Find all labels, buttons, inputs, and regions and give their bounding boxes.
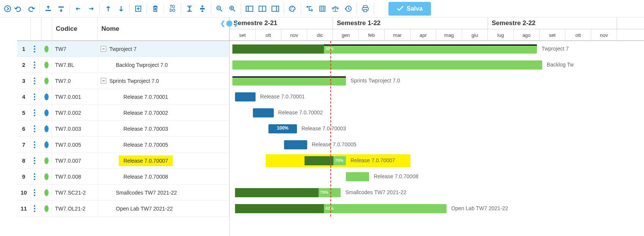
- gantt-bar[interactable]: Release 7.0.70002: [253, 108, 273, 117]
- palette-icon[interactable]: [287, 3, 298, 15]
- task-name[interactable]: Smallcodes TW7 2021-22: [98, 185, 229, 200]
- task-code[interactable]: TW7.0.002: [52, 105, 98, 120]
- row-menu-icon[interactable]: [31, 57, 41, 73]
- status-dot[interactable]: [41, 137, 52, 152]
- collapse-all-icon[interactable]: [184, 3, 195, 15]
- task-code[interactable]: TW7.SC21-2: [52, 185, 98, 200]
- task-name[interactable]: Release 7.0.70003: [98, 121, 229, 136]
- indent-icon[interactable]: [86, 3, 96, 15]
- task-code[interactable]: TW7.OL21-2: [52, 201, 98, 216]
- task-name[interactable]: −Twproject 7: [98, 41, 229, 57]
- row-menu-icon[interactable]: [31, 89, 41, 105]
- status-dot[interactable]: [41, 73, 52, 89]
- table-row[interactable]: 8TW7.0.007Release 7.0.70007: [17, 153, 229, 169]
- redo-icon[interactable]: [26, 3, 36, 15]
- gantt-bar[interactable]: Release 7.0.70005: [284, 140, 307, 149]
- gantt-bar[interactable]: Release 7.0.70008: [346, 172, 369, 181]
- gantt-bar[interactable]: Sprints Twproject 7.0: [232, 76, 346, 86]
- splitter-right-icon[interactable]: ❯: [234, 20, 238, 27]
- table-row[interactable]: 5TW7.0.002Release 7.0.70002: [17, 105, 229, 121]
- layout-split-icon[interactable]: [257, 3, 268, 15]
- undo-icon[interactable]: [13, 3, 24, 15]
- add-resource-icon[interactable]: [133, 3, 144, 15]
- move-up-icon[interactable]: [103, 3, 114, 15]
- splitter-handle[interactable]: ❮ ❯: [220, 17, 243, 29]
- row-menu-icon[interactable]: [31, 105, 41, 120]
- collapse-icon[interactable]: −: [101, 46, 106, 52]
- task-code[interactable]: TW7.0.003: [52, 121, 98, 136]
- gantt-bar[interactable]: 79%Smallcodes TW7 2021-22: [235, 188, 341, 197]
- zoom-out-icon[interactable]: [214, 3, 225, 15]
- task-code[interactable]: TW7.0: [52, 73, 98, 89]
- gantt-bar[interactable]: Backlog Tw: [232, 60, 542, 70]
- gantt-bar[interactable]: 70%Release 7.0.70007: [305, 156, 346, 165]
- history-icon[interactable]: [343, 3, 354, 15]
- status-dot[interactable]: [41, 105, 52, 120]
- row-menu-icon[interactable]: [31, 121, 41, 136]
- gantt-bar[interactable]: 30%Twproject 7: [232, 44, 537, 54]
- splitter-left-icon[interactable]: ❮: [220, 20, 225, 27]
- expand-all-icon[interactable]: [197, 3, 208, 15]
- table-row[interactable]: 7TW7.0.005Release 7.0.70005: [17, 137, 229, 153]
- row-menu-icon[interactable]: [31, 201, 41, 216]
- status-dot[interactable]: [41, 153, 52, 168]
- status-dot[interactable]: [41, 201, 52, 216]
- table-row[interactable]: 11TW7.OL21-2Open Lab TW7 2021-22: [17, 201, 229, 217]
- row-menu-icon[interactable]: [31, 137, 41, 152]
- delete-icon[interactable]: [150, 3, 161, 15]
- gantt-bar[interactable]: Release 7.0.70001: [235, 92, 256, 101]
- row-menu-icon[interactable]: [31, 169, 41, 184]
- outdent-icon[interactable]: [73, 3, 84, 15]
- table-row[interactable]: 9TW7.0.008Release 7.0.70008: [17, 169, 229, 185]
- zoom-in-icon[interactable]: [227, 3, 238, 15]
- status-dot[interactable]: [41, 89, 52, 105]
- splitter-grip-icon[interactable]: [226, 20, 233, 27]
- row-menu-icon[interactable]: [31, 41, 41, 57]
- task-code[interactable]: TW7.0.005: [52, 137, 98, 152]
- dependency-icon[interactable]: [304, 3, 315, 15]
- insert-below-icon[interactable]: [56, 3, 66, 15]
- print-icon[interactable]: [360, 3, 371, 15]
- header-name[interactable]: Nome: [98, 17, 229, 40]
- status-dot[interactable]: [41, 169, 52, 184]
- task-code[interactable]: TW7.0.008: [52, 169, 98, 184]
- task-name[interactable]: −Sprints Twproject 7.0: [98, 73, 229, 89]
- layout-left-icon[interactable]: [244, 3, 255, 15]
- task-code[interactable]: TW7.0.001: [52, 89, 98, 105]
- insert-above-icon[interactable]: [43, 3, 54, 15]
- task-name[interactable]: Release 7.0.70002: [98, 105, 229, 120]
- table-row[interactable]: 3TW7.0−Sprints Twproject 7.0: [17, 73, 229, 89]
- grid-icon[interactable]: [317, 3, 328, 15]
- save-button[interactable]: Salva: [388, 2, 431, 16]
- task-name[interactable]: Backlog Twproject 7.0: [98, 57, 229, 73]
- table-row[interactable]: 10TW7.SC21-2Smallcodes TW7 2021-22: [17, 185, 229, 201]
- task-name[interactable]: Release 7.0.70008: [98, 169, 229, 184]
- gantt-bar[interactable]: 100%Release 7.0.70003: [268, 124, 297, 133]
- row-menu-icon[interactable]: [31, 185, 41, 200]
- status-dot[interactable]: [41, 121, 52, 136]
- task-name[interactable]: Release 7.0.70001: [98, 89, 229, 105]
- task-code[interactable]: TW7.BL: [52, 57, 98, 73]
- task-name[interactable]: Release 7.0.70005: [98, 137, 229, 152]
- header-code[interactable]: Codice: [52, 17, 98, 40]
- table-row[interactable]: 2TW7.BLBacklog Twproject 7.0: [17, 57, 229, 73]
- expand-panel-icon[interactable]: [2, 3, 13, 15]
- row-menu-icon[interactable]: [31, 73, 41, 89]
- table-row[interactable]: 6TW7.0.003Release 7.0.70003: [17, 121, 229, 137]
- collapse-icon[interactable]: −: [101, 78, 106, 84]
- task-code[interactable]: TW7: [52, 41, 98, 57]
- move-down-icon[interactable]: [116, 3, 126, 15]
- todo-icon[interactable]: TODO: [167, 3, 178, 15]
- gantt-bar[interactable]: 42%Open Lab TW7 2021-22: [235, 204, 447, 213]
- layout-right-icon[interactable]: [270, 3, 281, 15]
- table-row[interactable]: 4TW7.0.001Release 7.0.70001: [17, 89, 229, 105]
- status-dot[interactable]: [41, 57, 52, 73]
- balance-icon[interactable]: [330, 3, 341, 15]
- table-row[interactable]: 1TW7−Twproject 7: [17, 41, 229, 57]
- status-dot[interactable]: [41, 41, 52, 57]
- task-name[interactable]: Release 7.0.70007: [98, 153, 229, 168]
- task-name[interactable]: Open Lab TW7 2021-22: [98, 201, 229, 216]
- task-code[interactable]: TW7.0.007: [52, 153, 98, 168]
- row-menu-icon[interactable]: [31, 153, 41, 168]
- status-dot[interactable]: [41, 185, 52, 200]
